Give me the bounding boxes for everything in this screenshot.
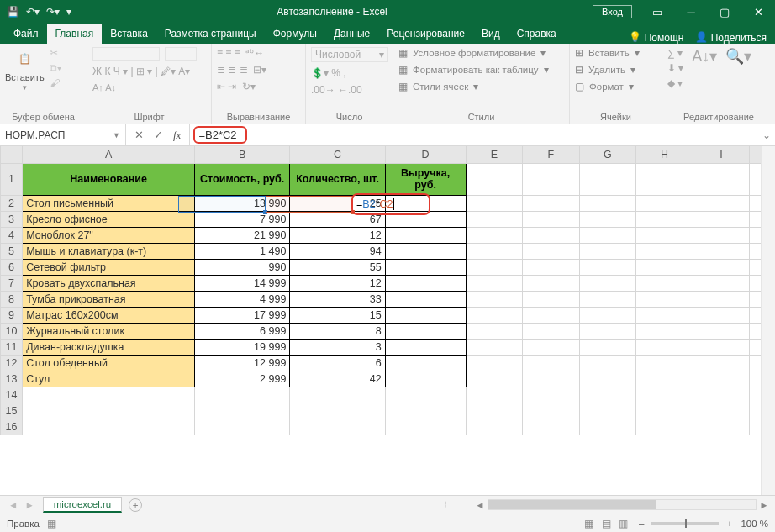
accept-formula-button[interactable]: ✓ [154, 129, 163, 141]
cell[interactable]: Стул [23, 371, 195, 387]
cancel-formula-button[interactable]: ✕ [134, 129, 144, 141]
tab-insert[interactable]: Вставка [102, 24, 156, 44]
sheet-nav-next-icon[interactable]: ► [24, 500, 34, 510]
table-header[interactable]: Стоимость, руб. [195, 163, 290, 195]
row-header[interactable]: 13 [1, 371, 23, 387]
cell[interactable]: 55 [290, 259, 385, 275]
cell[interactable]: 2 999 [195, 371, 290, 387]
select-all-corner[interactable] [1, 146, 23, 163]
col-header[interactable]: F [523, 146, 580, 163]
cell[interactable]: 94 [290, 243, 385, 259]
cell[interactable]: Стол обеденный [23, 355, 195, 371]
cell[interactable]: 14 999 [195, 275, 290, 291]
cell[interactable] [385, 275, 466, 291]
cell[interactable]: 67 [290, 211, 385, 227]
cell[interactable]: 33 [290, 291, 385, 307]
chevron-down-icon[interactable]: ▼ [113, 131, 120, 140]
formula-input[interactable]: =B2*C2 [190, 124, 757, 145]
signin-button[interactable]: Вход [593, 5, 632, 18]
horizontal-scrollbar[interactable] [488, 499, 757, 510]
assist-button[interactable]: 💡 Помощн [629, 31, 683, 44]
row-header[interactable]: 16 [1, 419, 23, 435]
cell[interactable]: Мышь и клавиатура (к-т) [23, 243, 195, 259]
col-header[interactable]: G [579, 146, 636, 163]
cell[interactable]: Сетевой фильтр [23, 259, 195, 275]
fx-icon[interactable]: fx [173, 129, 181, 142]
row-header[interactable]: 14 [1, 387, 23, 403]
cell[interactable] [385, 339, 466, 355]
cell[interactable] [385, 323, 466, 339]
restore-button[interactable]: ▢ [708, 6, 741, 18]
col-header[interactable]: E [466, 146, 523, 163]
cell[interactable]: 15 [290, 307, 385, 323]
undo-icon[interactable]: ↶▾ [26, 6, 40, 18]
redo-icon[interactable]: ↷▾ [46, 6, 60, 18]
save-icon[interactable]: 💾 [7, 6, 19, 18]
row-header[interactable]: 4 [1, 227, 23, 243]
macro-record-icon[interactable]: ▦ [47, 519, 56, 529]
delete-cells-button[interactable]: ⊟ Удалить ▾ [575, 64, 635, 76]
format-cells-button[interactable]: ▢ Формат ▾ [575, 81, 634, 92]
tab-layout[interactable]: Разметка страницы [156, 24, 265, 44]
cell[interactable] [385, 195, 466, 211]
tab-file[interactable]: Файл [5, 24, 47, 44]
table-header[interactable]: Количество, шт. [290, 163, 385, 195]
cell[interactable]: 990 [195, 259, 290, 275]
cell[interactable]: Моноблок 27" [23, 227, 195, 243]
format-as-table-button[interactable]: ▦ Форматировать как таблицу ▾ [398, 64, 549, 76]
sheet-tab[interactable]: microexcel.ru [43, 497, 122, 513]
cell[interactable]: 19 999 [195, 339, 290, 355]
cell[interactable]: Тумба прикроватная [23, 291, 195, 307]
hscroll-right[interactable]: ► [758, 500, 770, 510]
cell-styles-button[interactable]: ▦ Стили ячеек ▾ [398, 81, 478, 92]
zoom-level[interactable]: 100 % [741, 519, 768, 529]
number-format[interactable]: Числовой [315, 49, 361, 61]
col-header[interactable]: I [693, 146, 750, 163]
cell[interactable]: 1 490 [195, 243, 290, 259]
cell[interactable]: 12 999 [195, 355, 290, 371]
col-header[interactable]: H [636, 146, 693, 163]
cell[interactable]: 7 990 [195, 211, 290, 227]
expand-formula-bar[interactable]: ⌄ [757, 124, 775, 145]
sort-filter-icon[interactable]: A↓▾ [692, 47, 717, 66]
close-button[interactable]: ✕ [741, 6, 775, 18]
view-pagelayout-icon[interactable]: ▤ [602, 519, 611, 529]
col-header[interactable]: C [290, 146, 385, 163]
cell[interactable] [385, 371, 466, 387]
cell[interactable]: Диван-раскладушка [23, 339, 195, 355]
insert-cells-button[interactable]: ⊞ Вставить ▾ [575, 47, 640, 59]
conditional-formatting-button[interactable]: ▦ Условное форматирование ▾ [398, 47, 546, 59]
cell[interactable]: 42 [290, 371, 385, 387]
sheet-nav-prev-icon[interactable]: ◄ [8, 500, 18, 510]
tab-formulas[interactable]: Формулы [265, 24, 325, 44]
col-header[interactable]: A [23, 146, 195, 163]
row-header[interactable]: 10 [1, 323, 23, 339]
tab-home[interactable]: Главная [47, 24, 103, 44]
name-box[interactable]: НОРМ.РАСП ▼ [0, 124, 126, 145]
row-header[interactable]: 1 [1, 163, 23, 195]
cell[interactable]: 6 999 [195, 323, 290, 339]
table-header[interactable]: Выручка, руб. [385, 163, 466, 195]
cell[interactable]: 4 999 [195, 291, 290, 307]
cell[interactable] [385, 307, 466, 323]
cell[interactable] [385, 243, 466, 259]
cell[interactable]: Матрас 160х200см [23, 307, 195, 323]
row-header[interactable]: 11 [1, 339, 23, 355]
cell[interactable] [385, 211, 466, 227]
find-select-icon[interactable]: 🔍▾ [725, 47, 751, 66]
row-header[interactable]: 6 [1, 259, 23, 275]
row-header[interactable]: 12 [1, 355, 23, 371]
row-header[interactable]: 5 [1, 243, 23, 259]
minimize-button[interactable]: ─ [674, 6, 708, 18]
worksheet-grid[interactable]: A B C D E F G H I J 1НаименованиеСтоимос… [0, 146, 775, 495]
cell[interactable]: 12 [290, 275, 385, 291]
tab-data[interactable]: Данные [325, 24, 378, 44]
row-header[interactable]: 3 [1, 211, 23, 227]
cut-icon[interactable]: ✂ [50, 47, 61, 59]
row-header[interactable]: 15 [1, 403, 23, 419]
cell[interactable] [385, 291, 466, 307]
tab-view[interactable]: Вид [473, 24, 509, 44]
row-header[interactable]: 9 [1, 307, 23, 323]
cell[interactable]: 13 990 [195, 195, 290, 211]
cell[interactable] [385, 355, 466, 371]
